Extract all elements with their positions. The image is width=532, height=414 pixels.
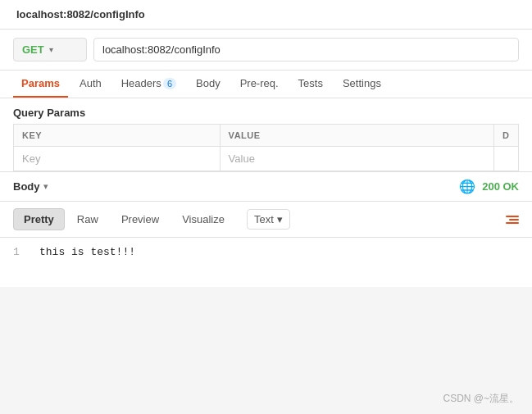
tab-headers[interactable]: Headers6 (113, 71, 184, 98)
status-badge: 200 OK (482, 180, 519, 193)
text-type-label: Text (254, 213, 274, 225)
headers-badge: 6 (163, 78, 176, 89)
body-left: Body ▾ (13, 180, 48, 193)
top-bar: localhost:8082/configInfo (0, 0, 532, 30)
format-tabs: Pretty Raw Preview Visualize Text ▾ (0, 202, 532, 238)
code-area: 1 this is test!!! (0, 238, 532, 287)
format-btn-visualize[interactable]: Visualize (171, 208, 235, 230)
col-key: KEY (14, 125, 221, 147)
tabs-row: Params Auth Headers6 Body Pre-req. Tests… (0, 71, 532, 98)
method-select[interactable]: GET ▾ (13, 38, 87, 61)
d-cell (494, 147, 519, 171)
table-row: Key Value (14, 147, 519, 171)
tab-params[interactable]: Params (13, 71, 68, 98)
tab-auth[interactable]: Auth (71, 71, 110, 98)
col-value: VALUE (220, 125, 493, 147)
format-btn-pretty[interactable]: Pretty (13, 208, 65, 230)
query-params-section: Query Params KEY VALUE D Key Value (0, 98, 532, 171)
format-btn-preview[interactable]: Preview (111, 208, 170, 230)
body-section: Body ▾ 🌐 200 OK Pretty Raw Preview Visua… (0, 171, 532, 287)
globe-icon: 🌐 (459, 179, 475, 194)
wrap-icon[interactable] (506, 216, 519, 224)
key-cell[interactable]: Key (14, 147, 221, 171)
code-line: 1 this is test!!! (13, 246, 519, 258)
top-bar-url: localhost:8082/configInfo (16, 8, 145, 20)
tab-body[interactable]: Body (188, 71, 229, 98)
tab-prereq[interactable]: Pre-req. (232, 71, 287, 98)
tab-tests[interactable]: Tests (290, 71, 331, 98)
body-label: Body (13, 180, 40, 193)
request-bar: GET ▾ (0, 30, 532, 71)
format-btn-raw[interactable]: Raw (66, 208, 109, 230)
url-input[interactable] (93, 38, 519, 61)
value-cell[interactable]: Value (220, 147, 493, 171)
query-params-label: Query Params (13, 107, 519, 119)
params-table: KEY VALUE D Key Value (13, 124, 519, 171)
wrap-lines-icon (506, 216, 519, 224)
code-content: this is test!!! (39, 246, 135, 258)
watermark-text: CSDN @~流星。 (443, 393, 519, 404)
body-chevron-icon[interactable]: ▾ (43, 181, 48, 192)
col-d: D (494, 125, 519, 147)
tab-settings[interactable]: Settings (334, 71, 389, 98)
chevron-down-icon: ▾ (49, 45, 53, 54)
line-number: 1 (13, 246, 26, 258)
text-type-chevron: ▾ (277, 213, 283, 225)
text-type-select[interactable]: Text ▾ (247, 209, 290, 230)
body-right: 🌐 200 OK (459, 179, 519, 194)
method-label: GET (22, 43, 44, 56)
body-header: Body ▾ 🌐 200 OK (0, 172, 532, 202)
watermark: CSDN @~流星。 (443, 392, 519, 406)
